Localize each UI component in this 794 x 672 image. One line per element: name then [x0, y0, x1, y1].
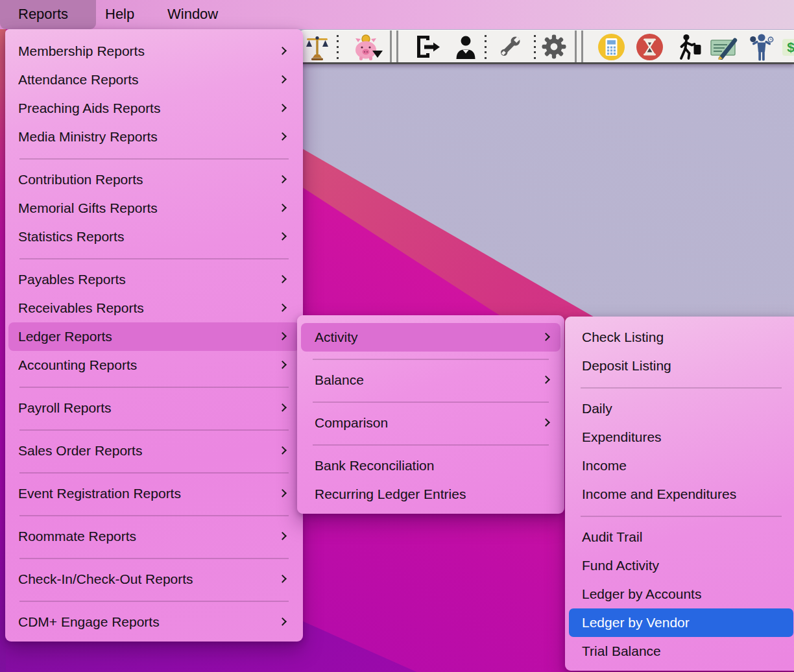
submenu-chevron-icon — [278, 361, 287, 369]
menu-item-label: Activity — [315, 330, 358, 344]
menu-item-label: Roommate Reports — [18, 529, 136, 544]
balance-scale-icon[interactable] — [305, 34, 330, 64]
check-writing-icon[interactable] — [710, 35, 740, 62]
submenu-chevron-icon — [278, 47, 287, 55]
menu-item-label: Balance — [315, 372, 364, 387]
menu-item-balance[interactable]: Balance — [301, 366, 560, 394]
menu-item-label: Check Listing — [582, 330, 664, 344]
menu-separator — [313, 352, 549, 366]
menu-item-label: Accounting Reports — [18, 357, 137, 372]
menu-item-ledger-by-vendor[interactable]: Ledger by Vendor — [569, 608, 793, 637]
menu-item-sales-order-reports[interactable]: Sales Order Reports — [8, 437, 300, 465]
menu-item-label: Ledger by Vendor — [582, 615, 690, 630]
menu-item-label: Receivables Reports — [18, 300, 144, 315]
gear-icon[interactable] — [541, 34, 567, 62]
app-toolbar: $ — [298, 30, 794, 64]
payroll-person-icon[interactable] — [748, 33, 776, 65]
menu-item-label: Bank Reconciliation — [315, 458, 434, 473]
menu-item-payroll-reports[interactable]: Payroll Reports — [8, 394, 300, 422]
submenu-chevron-icon — [278, 275, 287, 283]
menu-item-label: Check-In/Check-Out Reports — [18, 571, 193, 586]
menu-item-daily[interactable]: Daily — [569, 394, 793, 423]
menubar-item-reports[interactable]: Reports — [0, 0, 96, 29]
menu-item-contribution-reports[interactable]: Contribution Reports — [8, 165, 300, 194]
menu-item-fund-activity[interactable]: Fund Activity — [569, 551, 793, 580]
menu-item-label: Membership Reports — [18, 43, 145, 58]
menu-item-receivables-reports[interactable]: Receivables Reports — [8, 294, 300, 322]
submenu-chevron-icon — [278, 232, 287, 241]
submenu-chevron-icon — [542, 333, 550, 341]
dollar-icon[interactable]: $ — [782, 39, 794, 56]
menu-item-media-ministry-reports[interactable]: Media Ministry Reports — [8, 123, 300, 151]
menu-item-recurring-ledger-entries[interactable]: Recurring Ledger Entries — [301, 480, 560, 509]
business-person-icon[interactable] — [455, 35, 477, 62]
traveler-icon[interactable] — [675, 33, 704, 64]
menu-item-label: Statistics Reports — [18, 229, 124, 244]
wrench-icon[interactable] — [497, 34, 523, 62]
menu-item-payables-reports[interactable]: Payables Reports — [8, 265, 300, 294]
menu-separator — [581, 509, 782, 523]
submenu-chevron-icon — [278, 403, 287, 412]
submenu-chevron-icon — [542, 418, 550, 427]
piggy-bank-menu-icon[interactable] — [352, 33, 381, 64]
menu-item-label: Fund Activity — [582, 558, 659, 573]
submenu-chevron-icon — [278, 104, 287, 112]
menu-item-label: Memorial Gifts Reports — [18, 200, 158, 215]
toolbar-dotted-separator — [485, 35, 487, 60]
menu-item-label: Trial Balance — [582, 643, 661, 658]
menu-item-cdm-engage-reports[interactable]: CDM+ Engage Reports — [8, 608, 300, 636]
menu-item-label: Sales Order Reports — [18, 443, 142, 458]
menu-item-income[interactable]: Income — [569, 451, 793, 480]
menu-separator — [19, 551, 289, 565]
submenu-chevron-icon — [278, 304, 287, 312]
menu-item-deposit-listing[interactable]: Deposit Listing — [569, 352, 793, 380]
menu-separator — [19, 251, 289, 265]
menu-item-attendance-reports[interactable]: Attendance Reports — [8, 66, 300, 94]
menubar-item-window[interactable]: Window — [167, 0, 218, 29]
menu-item-label: Income — [582, 458, 627, 473]
logout-door-icon[interactable] — [415, 35, 442, 62]
menu-item-income-and-expenditures[interactable]: Income and Expenditures — [569, 480, 793, 509]
menu-item-label: Event Registration Reports — [18, 486, 181, 501]
menu-item-accounting-reports[interactable]: Accounting Reports — [8, 351, 300, 379]
ledger-reports-submenu: ActivityBalanceComparisonBank Reconcilia… — [297, 315, 564, 514]
menu-item-check-in-check-out-reports[interactable]: Check-In/Check-Out Reports — [8, 565, 300, 594]
menu-item-membership-reports[interactable]: Membership Reports — [8, 37, 300, 66]
menu-item-label: Audit Trail — [582, 529, 642, 544]
menu-item-ledger-reports[interactable]: Ledger Reports — [8, 322, 300, 351]
menu-item-activity[interactable]: Activity — [301, 323, 560, 352]
menu-item-label: Expenditures — [582, 429, 662, 444]
menu-item-check-listing[interactable]: Check Listing — [569, 323, 793, 352]
menu-item-roommate-reports[interactable]: Roommate Reports — [8, 522, 300, 551]
menu-item-memorial-gifts-reports[interactable]: Memorial Gifts Reports — [8, 194, 300, 222]
submenu-chevron-icon — [278, 446, 287, 455]
toolbar-double-separator — [390, 30, 398, 62]
calculator-badge-icon[interactable] — [597, 33, 625, 64]
menu-separator — [581, 380, 782, 394]
menu-item-statistics-reports[interactable]: Statistics Reports — [8, 222, 300, 251]
menu-item-label: Ledger by Accounts — [582, 586, 701, 601]
menu-item-audit-trail[interactable]: Audit Trail — [569, 523, 793, 551]
menu-item-expenditures[interactable]: Expenditures — [569, 423, 793, 451]
menu-item-bank-reconciliation[interactable]: Bank Reconciliation — [301, 451, 560, 480]
hourglass-badge-icon[interactable] — [636, 33, 664, 64]
menu-item-trial-balance[interactable]: Trial Balance — [569, 637, 793, 666]
activity-submenu: Check ListingDeposit ListingDailyExpendi… — [565, 317, 794, 671]
menu-item-label: Income and Expenditures — [582, 486, 736, 501]
menu-item-label: CDM+ Engage Reports — [18, 614, 160, 629]
menu-item-label: Preaching Aids Reports — [18, 101, 160, 115]
menu-item-event-registration-reports[interactable]: Event Registration Reports — [8, 479, 300, 508]
menu-separator — [19, 508, 289, 522]
menu-item-comparison[interactable]: Comparison — [301, 409, 560, 437]
piggy-dropdown-caret-icon[interactable] — [372, 51, 383, 58]
menubar-item-label: Reports — [18, 0, 68, 29]
toolbar-double-separator — [575, 30, 583, 62]
submenu-chevron-icon — [278, 332, 287, 341]
submenu-chevron-icon — [278, 489, 287, 498]
menu-item-ledger-by-accounts[interactable]: Ledger by Accounts — [569, 580, 793, 608]
menu-item-label: Contribution Reports — [18, 172, 143, 187]
menu-item-preaching-aids-reports[interactable]: Preaching Aids Reports — [8, 94, 300, 123]
menubar-item-help[interactable]: Help — [105, 0, 134, 29]
menu-separator — [19, 151, 289, 165]
menu-item-label: Deposit Listing — [582, 358, 671, 373]
